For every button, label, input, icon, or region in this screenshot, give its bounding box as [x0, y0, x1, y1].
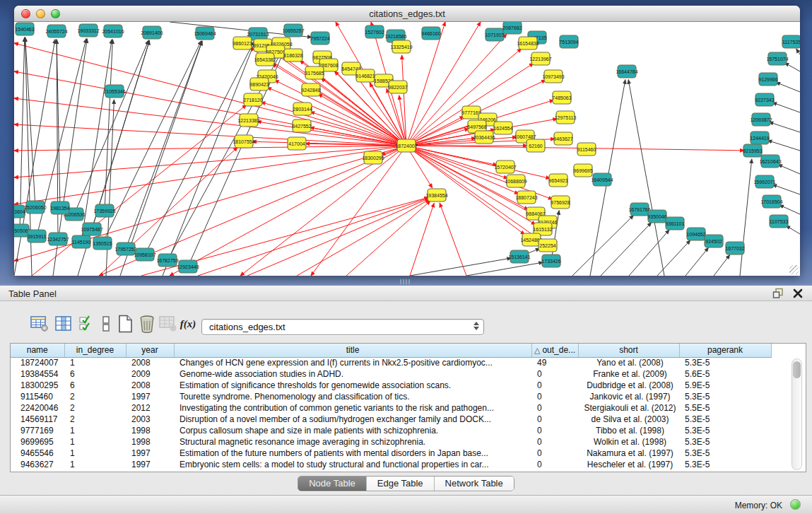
float-panel-icon[interactable]	[772, 288, 784, 299]
graph-node[interactable]: 9242848	[301, 83, 320, 96]
graph-node[interactable]: 8215953	[743, 144, 762, 157]
graph-node[interactable]: 10958107	[134, 248, 155, 261]
select-columns-button[interactable]	[76, 314, 96, 334]
graph-node[interactable]: 9890423	[249, 78, 269, 90]
graph-node[interactable]: 9822037	[388, 81, 407, 93]
table-scrollbar-thumb[interactable]	[793, 361, 801, 378]
graph-node[interactable]: 9654923	[548, 174, 567, 187]
splitter-handle[interactable]	[400, 279, 410, 284]
graph-node[interactable]: 18807243	[515, 191, 537, 204]
graph-node[interactable]: 12975113	[555, 111, 577, 124]
table-row[interactable]: 946554611997Estimation of the future num…	[11, 448, 771, 459]
graph-node[interactable]: 1145190	[72, 235, 91, 248]
graph-node[interactable]: 19384554	[425, 189, 447, 201]
delete-table-button[interactable]	[137, 314, 157, 334]
graph-node[interactable]: 20691406	[141, 26, 163, 39]
graph-node[interactable]: 10688609	[505, 175, 526, 187]
graph-node[interactable]: 15136141	[508, 250, 530, 263]
graph-node[interactable]: 15720407	[494, 160, 516, 173]
graph-node[interactable]: 924502	[705, 235, 723, 247]
graph-node[interactable]: 9860123	[233, 37, 252, 49]
graph-node[interactable]: 1624554	[493, 122, 512, 134]
new-table-button[interactable]	[115, 314, 135, 334]
graph-node[interactable]: 21055346	[103, 85, 125, 98]
graph-node[interactable]: 16210643	[759, 155, 781, 168]
network-canvas[interactable]: 1872400715404632405572419033312205410162…	[14, 22, 800, 276]
tab-edge-table[interactable]: Edge Table	[367, 477, 435, 491]
graph-node[interactable]: 1981354	[50, 201, 69, 214]
graph-node[interactable]: 9466160	[421, 27, 440, 40]
graph-node[interactable]: 15751074	[766, 52, 788, 65]
column-header-title[interactable]: title	[174, 344, 531, 357]
graph-node[interactable]: 2087682	[502, 22, 522, 34]
show-column-button[interactable]	[54, 314, 73, 334]
table-row[interactable]: 1830029562008Estimation of significance …	[11, 380, 771, 391]
column-header-in_degree[interactable]: in_degree	[64, 344, 126, 357]
graph-node[interactable]: 1071915	[485, 28, 504, 41]
graph-node[interactable]: 1527602	[365, 25, 384, 38]
graph-node[interactable]: 1117535	[782, 35, 800, 48]
graph-node[interactable]: 7957224	[310, 32, 329, 45]
graph-node[interactable]: 8186328	[283, 49, 302, 62]
graph-node[interactable]: 3915911	[28, 230, 47, 243]
table-row[interactable]: 1938455462009Genome-wide association stu…	[11, 368, 771, 380]
graph-node[interactable]: 18300295	[362, 151, 384, 164]
graph-node[interactable]: 12923448	[177, 260, 199, 273]
graph-node[interactable]: 12213383	[237, 114, 259, 127]
graph-node[interactable]: 18724007	[395, 139, 417, 152]
table-row[interactable]: 946362711997Embryonic stem cells: a mode…	[11, 459, 771, 470]
graph-node[interactable]: 20541016	[102, 25, 124, 37]
graph-node[interactable]: 19033312	[77, 24, 99, 37]
column-header-pagerank[interactable]: pagerank	[679, 344, 771, 357]
graph-node[interactable]: 3175685	[305, 66, 324, 79]
graph-node[interactable]: 1107533	[770, 215, 789, 228]
table-source-select[interactable]: citations_edges.txt	[201, 319, 484, 335]
graph-node[interactable]: 1244419	[750, 132, 769, 144]
graph-node[interactable]: 1350515	[93, 237, 112, 250]
table-row[interactable]: 977716911998Corpus callosum shape and si…	[11, 425, 771, 436]
graph-node[interactable]: 16409544	[591, 173, 613, 186]
graph-node[interactable]: 15992071	[753, 175, 775, 188]
tab-node-table[interactable]: Node Table	[298, 477, 367, 491]
graph-node[interactable]: 1677032	[725, 242, 744, 255]
graph-node[interactable]: 10973493	[542, 70, 564, 83]
graph-node[interactable]: 20364436	[473, 131, 495, 144]
graph-node[interactable]: 1813604	[14, 205, 25, 218]
column-header-year[interactable]: year	[126, 344, 174, 357]
row-height-button[interactable]	[96, 314, 116, 334]
graph-node[interactable]: 16154838	[517, 37, 539, 49]
tab-network-table[interactable]: Network Table	[435, 477, 514, 491]
table-row[interactable]: 969969511998Structural magnetic resonanc…	[11, 436, 771, 448]
graph-node[interactable]: 7513094	[559, 35, 578, 48]
graph-node[interactable]: 9361101	[666, 217, 685, 230]
graph-node[interactable]: 9115460	[577, 143, 596, 156]
graph-node[interactable]: 13325419	[390, 40, 412, 53]
resize-grip-icon[interactable]	[789, 265, 799, 274]
graph-node[interactable]: 1094652	[686, 228, 705, 240]
graph-node[interactable]: 7485063	[552, 91, 571, 104]
table-row[interactable]: 1456911722003Disruption of a novel membe…	[11, 414, 771, 425]
graph-node[interactable]: 17016504	[760, 195, 782, 208]
graph-node[interactable]: 24055724	[45, 25, 67, 37]
graph-node[interactable]: 17359928	[93, 204, 115, 217]
graph-node[interactable]: 1540463	[15, 23, 34, 35]
graph-node[interactable]: 12093872	[750, 113, 772, 126]
graph-node[interactable]: 10655257	[282, 24, 304, 37]
table-row[interactable]: 1872400712008Changes of HCN gene express…	[11, 357, 771, 368]
graph-node[interactable]: 18107554	[233, 135, 254, 148]
graph-node[interactable]: 12342757	[47, 233, 69, 245]
graph-node[interactable]: 9227343	[755, 93, 774, 106]
graph-node[interactable]: 15069464	[194, 27, 216, 40]
close-panel-icon[interactable]	[792, 288, 804, 299]
table-row[interactable]: 911546021997Tourette syndrome. Phenomeno…	[11, 391, 771, 402]
graph-node[interactable]: 9146821	[355, 69, 375, 82]
graph-node[interactable]: 9350046	[647, 210, 666, 223]
graph-node[interactable]: 252254	[539, 239, 557, 252]
column-header-out_de[interactable]: △out_de...	[531, 344, 578, 357]
graph-node[interactable]: 9699695	[573, 164, 592, 177]
column-header-name[interactable]: name	[11, 344, 64, 357]
graph-node[interactable]: 16644784	[616, 65, 637, 78]
graph-node[interactable]: 16543382	[254, 53, 276, 66]
graph-node[interactable]: 417004	[288, 137, 306, 150]
function-builder-button[interactable]: f(x)	[178, 314, 198, 334]
